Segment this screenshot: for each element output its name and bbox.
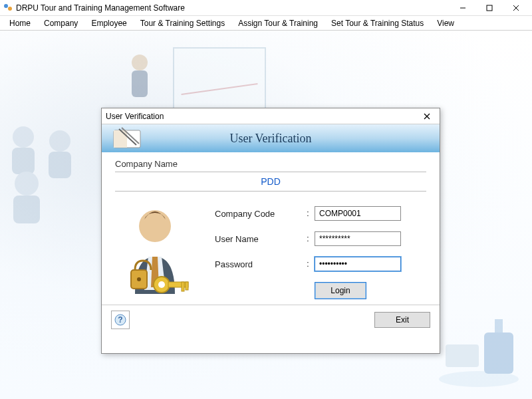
svg-rect-11 — [49, 152, 71, 178]
exit-button[interactable]: Exit — [374, 312, 430, 328]
svg-rect-7 — [132, 70, 148, 97]
company-name-value: PDD — [261, 176, 281, 187]
svg-point-0 — [4, 4, 8, 8]
close-button[interactable] — [503, 1, 529, 15]
menu-view[interactable]: View — [432, 17, 460, 29]
user-verification-dialog: User Verification User Verification Comp… — [101, 108, 440, 354]
colon: : — [301, 259, 315, 269]
minimize-button[interactable] — [450, 1, 476, 15]
svg-rect-3 — [487, 5, 492, 11]
app-icon — [3, 3, 13, 13]
svg-point-12 — [15, 172, 39, 196]
user-name-label: User Name — [215, 234, 301, 244]
dialog-close-button[interactable] — [418, 109, 436, 124]
svg-rect-13 — [13, 196, 40, 223]
svg-rect-30 — [182, 282, 184, 291]
maximize-button[interactable] — [476, 1, 503, 15]
svg-rect-31 — [186, 282, 188, 290]
company-name-label: Company Name — [115, 159, 426, 169]
dialog-title: User Verification — [106, 112, 418, 121]
svg-rect-16 — [495, 319, 503, 332]
svg-point-26 — [137, 277, 141, 281]
svg-point-1 — [8, 7, 12, 11]
titlebar: DRPU Tour and Training Management Softwa… — [0, 0, 532, 16]
dialog-header: User Verification — [102, 124, 440, 152]
svg-rect-15 — [484, 332, 513, 374]
svg-rect-9 — [12, 148, 35, 174]
svg-point-24 — [139, 210, 171, 242]
menu-home[interactable]: Home — [4, 17, 36, 29]
help-button[interactable]: ? — [111, 311, 130, 329]
user-key-icon — [115, 201, 201, 301]
menu-tour-training-settings[interactable]: Tour & Training Settings — [135, 17, 230, 29]
svg-point-6 — [132, 55, 148, 70]
company-code-label: Company Code — [215, 209, 301, 219]
company-code-input[interactable] — [315, 206, 401, 221]
svg-point-8 — [13, 126, 34, 148]
menu-assign-tour-training[interactable]: Assign Tour & Training — [233, 17, 323, 29]
menubar: Home Company Employee Tour & Training Se… — [0, 16, 532, 31]
colon: : — [301, 234, 315, 243]
menu-set-tour-training-status[interactable]: Set Tour & Training Status — [326, 17, 429, 29]
colon: : — [301, 209, 315, 218]
menu-company[interactable]: Company — [39, 17, 83, 29]
dialog-header-title: User Verification — [102, 132, 440, 146]
svg-rect-17 — [446, 344, 479, 367]
window-title: DRPU Tour and Training Management Softwa… — [16, 3, 450, 13]
company-name-row: PDD — [115, 172, 426, 192]
svg-point-10 — [49, 130, 70, 152]
dialog-titlebar: User Verification — [102, 108, 440, 124]
menu-employee[interactable]: Employee — [86, 17, 132, 29]
user-name-input[interactable] — [315, 231, 401, 246]
password-input[interactable] — [315, 257, 401, 271]
login-button[interactable]: Login — [315, 282, 366, 299]
password-label: Password — [215, 259, 301, 269]
svg-point-28 — [158, 281, 165, 288]
svg-text:?: ? — [118, 315, 122, 325]
